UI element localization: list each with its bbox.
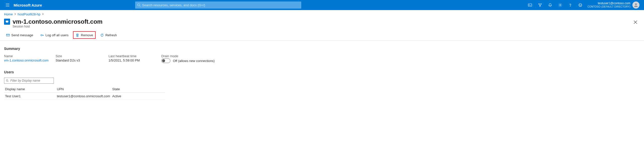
- brand[interactable]: Microsoft Azure: [14, 3, 42, 7]
- account-directory: CONTOSO (DEFAULT DIRECTORY): [587, 5, 630, 8]
- monitor-icon: [5, 20, 9, 23]
- search-icon: [137, 3, 141, 7]
- summary-grid: Name vm-1.contoso.onmicrosoft.com Size S…: [4, 54, 640, 63]
- summary-heartbeat: Last heartbeat time 1/5/2021, 5:59:00 PM: [108, 54, 156, 63]
- svg-point-25: [6, 80, 8, 81]
- summary-drain-value: Off (allows new connections): [173, 59, 215, 63]
- cell-state: Active: [112, 94, 142, 98]
- gear-icon: [558, 3, 562, 7]
- topbar: Microsoft Azure testuser1@contoso.com: [0, 0, 644, 10]
- summary-name-label: Name: [4, 54, 51, 58]
- global-search[interactable]: [135, 2, 301, 9]
- svg-point-13: [635, 3, 637, 5]
- users-filter-input[interactable]: [10, 79, 52, 82]
- search-input[interactable]: [142, 3, 299, 7]
- content: Summary Name vm-1.contoso.onmicrosoft.co…: [0, 41, 644, 110]
- bell-icon: [548, 3, 552, 7]
- users-filter[interactable]: [4, 78, 54, 84]
- remove-button[interactable]: Remove: [73, 31, 95, 39]
- key-icon: [40, 33, 44, 37]
- summary-size: Size Standard D2s v3: [56, 54, 103, 63]
- summary-name: Name vm-1.contoso.onmicrosoft.com: [4, 54, 51, 63]
- session-host-icon: [4, 19, 10, 25]
- svg-point-9: [570, 6, 571, 6]
- col-upn[interactable]: UPN: [57, 87, 112, 91]
- svg-point-11: [580, 5, 580, 5]
- svg-rect-5: [528, 4, 532, 6]
- drain-row: Off (allows new connections): [161, 58, 215, 63]
- toggle-knob: [162, 59, 165, 62]
- page-header: vm-1.contoso.onmicrosoft.com Session hos…: [0, 17, 644, 30]
- refresh-label: Refresh: [105, 33, 117, 37]
- command-bar: Send message Log off all users Remove Re…: [0, 30, 644, 41]
- directory-filter-button[interactable]: [535, 0, 545, 10]
- summary-size-value: Standard D2s v3: [56, 58, 103, 62]
- menu-icon: [6, 3, 10, 7]
- svg-rect-15: [7, 23, 8, 23]
- trash-icon: [75, 33, 79, 37]
- account-email: testuser1@contoso.com: [587, 2, 630, 5]
- log-off-button[interactable]: Log off all users: [38, 31, 71, 39]
- summary-size-label: Size: [56, 54, 103, 58]
- hamburger-menu[interactable]: [3, 0, 13, 10]
- svg-point-12: [581, 5, 581, 5]
- feedback-icon: [578, 3, 582, 7]
- svg-point-10: [579, 4, 582, 7]
- users-title: Users: [4, 70, 640, 74]
- refresh-icon: [100, 33, 104, 37]
- search-icon: [6, 79, 9, 82]
- drain-mode-toggle[interactable]: [161, 58, 170, 63]
- help-icon: [568, 3, 572, 7]
- page-title: vm-1.contoso.onmicrosoft.com: [13, 18, 102, 25]
- cloud-shell-icon: [528, 3, 532, 7]
- svg-rect-14: [6, 21, 9, 22]
- search-wrap: [135, 2, 301, 9]
- col-state[interactable]: State: [112, 87, 142, 91]
- summary-name-link[interactable]: vm-1.contoso.onmicrosoft.com: [4, 58, 49, 62]
- page-subtitle: Session host: [13, 25, 640, 28]
- remove-label: Remove: [81, 33, 93, 37]
- summary-drain: Drain mode Off (allows new connections): [161, 54, 215, 63]
- table-row[interactable]: Test User1 testuser1@contoso.onmicrosoft…: [4, 93, 165, 100]
- svg-point-19: [41, 34, 42, 36]
- summary-title: Summary: [4, 47, 640, 51]
- summary-drain-label: Drain mode: [161, 54, 215, 58]
- account-text: testuser1@contoso.com CONTOSO (DEFAULT D…: [587, 2, 630, 8]
- cell-display-name: Test User1: [4, 94, 57, 98]
- users-table: Display name UPN State Test User1 testus…: [4, 86, 165, 100]
- svg-point-3: [138, 4, 140, 6]
- summary-heartbeat-value: 1/5/2021, 5:59:00 PM: [108, 58, 156, 62]
- svg-marker-7: [539, 4, 542, 7]
- refresh-button[interactable]: Refresh: [98, 31, 120, 39]
- close-icon: [634, 20, 637, 24]
- svg-line-4: [139, 6, 140, 7]
- cell-upn: testuser1@contoso.onmicrosoft.com: [57, 94, 112, 98]
- settings-button[interactable]: [555, 0, 565, 10]
- svg-point-8: [560, 5, 561, 6]
- breadcrumb-sep: >: [42, 12, 44, 16]
- notifications-button[interactable]: [545, 0, 555, 10]
- col-display-name[interactable]: Display name: [4, 87, 57, 91]
- feedback-button[interactable]: [575, 0, 585, 10]
- svg-line-26: [8, 81, 8, 82]
- close-button[interactable]: [631, 18, 639, 26]
- summary-heartbeat-label: Last heartbeat time: [108, 54, 156, 58]
- cloud-shell-button[interactable]: [525, 0, 535, 10]
- breadcrumb-home[interactable]: Home: [4, 12, 13, 16]
- send-message-label: Send message: [11, 33, 33, 37]
- send-message-button[interactable]: Send message: [4, 31, 36, 39]
- filter-icon: [538, 3, 542, 7]
- top-icons: testuser1@contoso.com CONTOSO (DEFAULT D…: [525, 0, 641, 10]
- account-menu[interactable]: testuser1@contoso.com CONTOSO (DEFAULT D…: [585, 0, 641, 10]
- mail-icon: [6, 33, 10, 37]
- breadcrumb: Home > hostPool928-hp >: [0, 10, 644, 17]
- users-table-header: Display name UPN State: [4, 86, 165, 93]
- person-icon: [634, 3, 638, 7]
- log-off-label: Log off all users: [46, 33, 69, 37]
- breadcrumb-parent[interactable]: hostPool928-hp: [18, 12, 41, 16]
- avatar: [632, 2, 639, 9]
- page-header-row: vm-1.contoso.onmicrosoft.com: [4, 18, 640, 25]
- breadcrumb-sep: >: [14, 12, 16, 16]
- help-button[interactable]: [565, 0, 575, 10]
